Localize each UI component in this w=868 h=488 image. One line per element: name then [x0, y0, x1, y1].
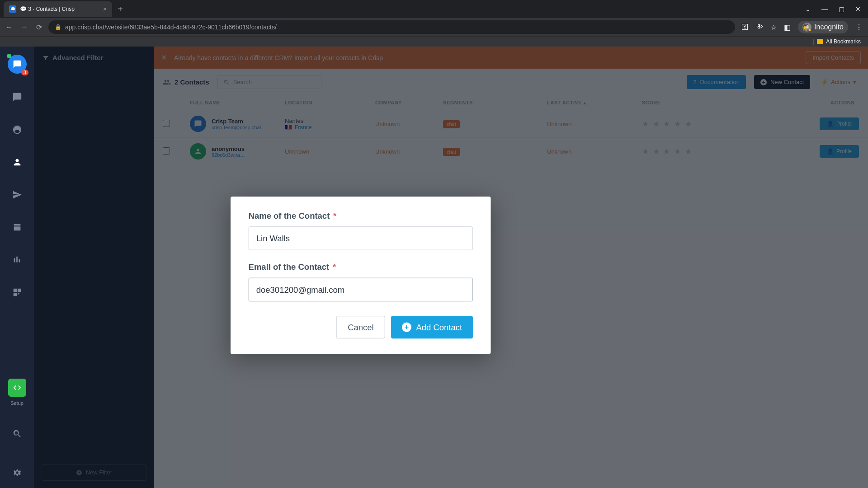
favicon-icon: 💬 [9, 5, 16, 13]
kebab-menu-icon[interactable]: ⋮ [855, 23, 863, 32]
contact-email-input[interactable] [249, 278, 473, 302]
add-contact-button[interactable]: + Add Contact [391, 316, 473, 338]
nav-plugins[interactable] [8, 283, 26, 301]
tab-bar: 💬 💬 3 - Contacts | Crisp × + ⌄ — ▢ ✕ [0, 0, 868, 18]
add-contact-label: Add Contact [416, 323, 462, 332]
nav-inbox[interactable] [8, 88, 26, 106]
browser-chrome: 💬 💬 3 - Contacts | Crisp × + ⌄ — ▢ ✕ ← →… [0, 0, 868, 47]
plus-circle-icon: + [402, 323, 411, 332]
forward-icon[interactable]: → [21, 23, 28, 32]
url-input[interactable]: 🔒 app.crisp.chat/website/6833ae5b-844d-4… [48, 20, 735, 34]
status-dot-icon [7, 54, 11, 58]
notification-badge: 3 [21, 70, 28, 75]
nav-setup[interactable] [8, 379, 26, 397]
nav-analytics[interactable] [8, 251, 26, 269]
nav-campaigns[interactable] [8, 186, 26, 204]
add-contact-modal: Name of the Contact * Email of the Conta… [231, 197, 491, 354]
nav-contacts[interactable] [8, 153, 26, 171]
nav-helpdesk[interactable] [8, 218, 26, 236]
url-text: app.crisp.chat/website/6833ae5b-844d-4c9… [65, 23, 277, 31]
reload-icon[interactable]: ⟳ [36, 23, 42, 32]
star-icon[interactable]: ☆ [770, 23, 777, 32]
minimize-icon[interactable]: — [821, 5, 828, 13]
gear-icon[interactable] [8, 464, 26, 482]
search-icon[interactable] [8, 425, 26, 443]
tab-title: 💬 3 - Contacts | Crisp [20, 6, 75, 12]
incognito-badge[interactable]: 🕵 Incognito [798, 21, 848, 33]
key-icon[interactable]: ⚿ [741, 23, 749, 31]
nav-visitors[interactable] [8, 121, 26, 139]
tab-close-icon[interactable]: × [103, 5, 107, 13]
chat-bubble-icon [13, 60, 22, 69]
name-field-label: Name of the Contact * [249, 211, 473, 221]
eye-off-icon[interactable]: 👁 [756, 23, 763, 31]
maximize-icon[interactable]: ▢ [839, 5, 844, 13]
back-icon[interactable]: ← [5, 23, 13, 32]
setup-label: Setup [10, 400, 24, 406]
cancel-button[interactable]: Cancel [336, 316, 385, 338]
panel-icon[interactable]: ◧ [784, 23, 791, 32]
incognito-icon: 🕵 [802, 23, 811, 32]
contact-name-input[interactable] [249, 226, 473, 250]
nav-rail: 3 Setup [0, 47, 34, 488]
email-field-label: Email of the Contact * [249, 262, 473, 272]
chevron-down-icon[interactable]: ⌄ [805, 5, 811, 13]
folder-icon [817, 39, 823, 44]
window-controls: ⌄ — ▢ ✕ [805, 5, 868, 13]
bookmarks-bar: | All Bookmarks [0, 36, 868, 47]
app-logo[interactable]: 3 [8, 55, 27, 74]
all-bookmarks-button[interactable]: All Bookmarks [826, 38, 861, 45]
browser-tab[interactable]: 💬 💬 3 - Contacts | Crisp × [4, 1, 112, 17]
address-bar: ← → ⟳ 🔒 app.crisp.chat/website/6833ae5b-… [0, 18, 868, 36]
new-tab-button[interactable]: + [112, 4, 128, 14]
incognito-label: Incognito [814, 23, 844, 31]
lock-icon: 🔒 [55, 24, 61, 30]
close-window-icon[interactable]: ✕ [855, 5, 861, 13]
app-root: 3 Setup Advanced Filter New Filter ✕ Alr… [0, 47, 868, 488]
